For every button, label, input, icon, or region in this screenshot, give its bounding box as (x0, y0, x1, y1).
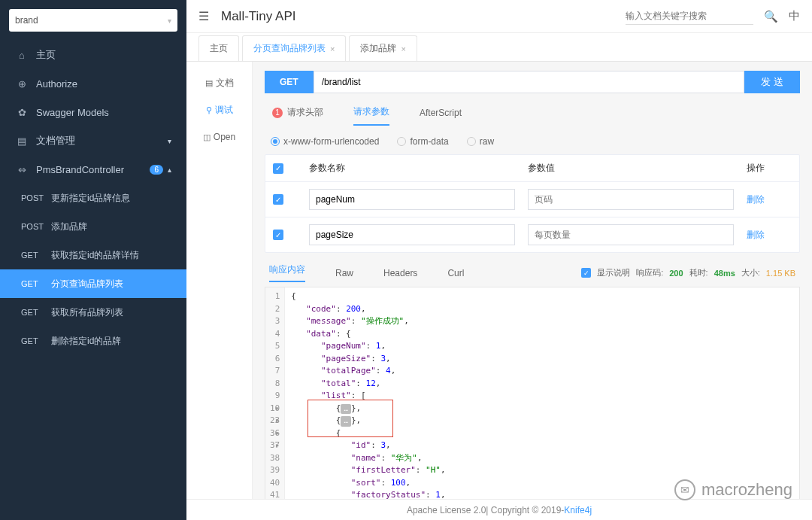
chevron-down-icon: ▾ (168, 17, 171, 25)
delete-link[interactable]: 删除 (747, 193, 792, 206)
open-icon: ◫ (203, 132, 211, 142)
resp-tab-raw[interactable]: Raw (335, 268, 353, 278)
lock-icon: ⊕ (15, 78, 29, 90)
col-op: 操作 (747, 162, 792, 175)
url-input[interactable] (314, 71, 745, 93)
endpoint-item[interactable]: POST更新指定id品牌信息 (0, 184, 186, 212)
endpoint-item[interactable]: GET获取所有品牌列表 (0, 298, 186, 327)
tab-home[interactable]: 主页 (198, 35, 239, 61)
param-name-input[interactable] (309, 189, 515, 210)
method-badge: GET (265, 71, 314, 93)
response-body[interactable]: 123456789 ▸10 ▸23 ▸36 ▸37383940414243444… (265, 287, 800, 499)
param-name-input[interactable] (309, 224, 515, 245)
count-badge: 6 (150, 165, 163, 175)
sidebar: ▾ ⌂主页 ⊕Authorize ✿Swagger Models ▤文档管理▾ … (0, 0, 186, 520)
page-tabs: 主页 分页查询品牌列表× 添加品牌× (186, 33, 812, 62)
req-tab-after[interactable]: AfterScript (420, 108, 462, 124)
req-tab-params[interactable]: 请求参数 (353, 105, 389, 126)
param-value-input[interactable] (528, 189, 734, 210)
language-toggle[interactable]: 中 (789, 9, 800, 23)
search-icon[interactable]: 🔍 (764, 10, 778, 23)
close-icon[interactable]: × (401, 44, 405, 53)
tab-list[interactable]: 分页查询品牌列表× (242, 35, 346, 61)
section-open[interactable]: ◫Open (186, 123, 252, 151)
body-type-form[interactable]: x-www-form-urlencoded (271, 136, 379, 147)
count-badge: 1 (272, 108, 283, 118)
nav-controller[interactable]: ⇔PmsBrandController6▴ (0, 155, 186, 184)
file-icon: ▤ (205, 78, 213, 88)
app-title: Mall-Tiny API (221, 9, 296, 24)
footer: Apache License 2.0 | Copyright © 2019-Kn… (186, 499, 812, 520)
link-icon: ⇔ (15, 164, 29, 175)
menu-collapse-icon[interactable]: ☰ (198, 9, 209, 23)
endpoint-item[interactable]: GET删除指定id的品牌 (0, 327, 186, 355)
req-tab-headers[interactable]: 1请求头部 (272, 106, 323, 125)
param-value-input[interactable] (528, 224, 734, 245)
nav-authorize[interactable]: ⊕Authorize (0, 69, 186, 98)
table-row: ✓ 删除 (265, 182, 799, 217)
chevron-down-icon: ▾ (168, 137, 171, 145)
knife4j-link[interactable]: Knife4j (564, 505, 592, 515)
chevron-up-icon: ▴ (168, 166, 171, 174)
home-icon: ⌂ (15, 50, 29, 61)
send-button[interactable]: 发 送 (744, 71, 800, 93)
nav-docs[interactable]: ▤文档管理▾ (0, 126, 186, 155)
main-area: ☰ Mall-Tiny API 🔍 中 主页 分页查询品牌列表× 添加品牌× ▤… (186, 0, 812, 499)
checkbox-all[interactable]: ✓ (273, 163, 283, 174)
param-table: ✓ 参数名称 参数值 操作 ✓ 删除 ✓ 删除 (265, 154, 800, 253)
resp-tab-curl[interactable]: Curl (447, 268, 464, 278)
resp-tab-content[interactable]: 响应内容 (269, 263, 305, 282)
section-nav: ▤文档 ⚲调试 ◫Open (186, 62, 253, 499)
col-value: 参数值 (528, 162, 747, 175)
checkbox[interactable]: ✓ (273, 194, 283, 205)
nav-home[interactable]: ⌂主页 (0, 41, 186, 69)
doc-search-input[interactable] (626, 8, 753, 25)
tab-add[interactable]: 添加品牌× (349, 35, 417, 61)
doc-icon: ▤ (15, 135, 29, 147)
col-name: 参数名称 (309, 162, 528, 175)
json-code: { "code": 200, "message": "操作成功", "data"… (285, 287, 812, 499)
topbar: ☰ Mall-Tiny API 🔍 中 (186, 0, 812, 33)
line-gutter: 123456789 ▸10 ▸23 ▸36 ▸37383940414243444… (265, 287, 285, 499)
body-type-raw[interactable]: raw (467, 136, 494, 147)
show-desc-checkbox[interactable]: ✓ (581, 268, 591, 278)
nav-swagger[interactable]: ✿Swagger Models (0, 98, 186, 126)
gear-icon: ✿ (15, 107, 29, 118)
section-doc[interactable]: ▤文档 (186, 69, 252, 96)
section-debug[interactable]: ⚲调试 (186, 96, 252, 123)
bug-icon: ⚲ (206, 105, 212, 115)
endpoint-item[interactable]: POST添加品牌 (0, 212, 186, 241)
delete-link[interactable]: 删除 (747, 229, 792, 242)
endpoint-item-active[interactable]: GET分页查询品牌列表 (0, 269, 186, 298)
sidebar-search-input[interactable] (15, 15, 168, 26)
table-row: ✓ 删除 (265, 217, 799, 252)
sidebar-search[interactable]: ▾ (9, 9, 177, 32)
checkbox[interactable]: ✓ (273, 230, 283, 240)
resp-tab-headers[interactable]: Headers (383, 268, 417, 278)
close-icon[interactable]: × (330, 44, 335, 53)
debug-panel: GET 发 送 1请求头部 请求参数 AfterScript x-www-for… (253, 62, 812, 499)
endpoint-item[interactable]: GET获取指定id的品牌详情 (0, 241, 186, 269)
body-type-formdata[interactable]: form-data (397, 136, 448, 147)
